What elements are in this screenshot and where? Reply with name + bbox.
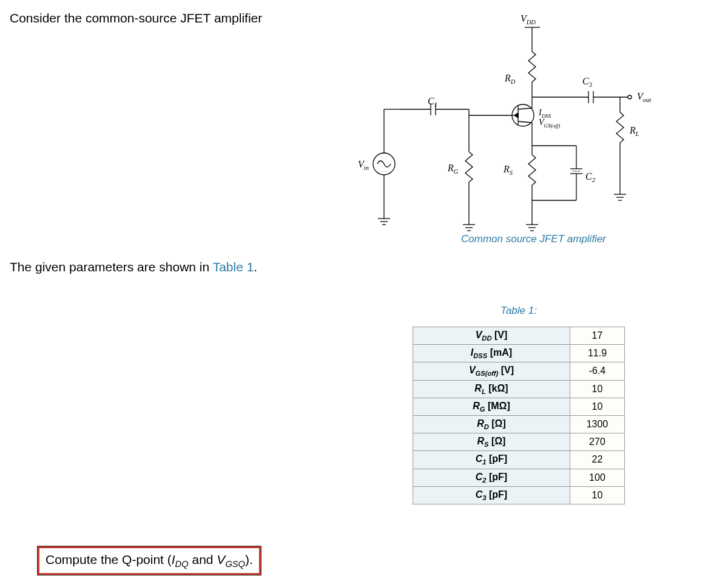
param-value: -6.4 <box>570 362 624 380</box>
intro-text: Consider the common-source JFET amplifie… <box>10 11 262 25</box>
label-c1: C1 <box>428 96 437 108</box>
parameters-table: VDD [V]17IDSS [mA]11.9VGS(off) [V]-6.4RL… <box>413 327 625 504</box>
param-value: 11.9 <box>570 345 624 362</box>
table-row: VGS(off) [V]-6.4 <box>413 362 625 380</box>
parameters-table-container: Table 1: VDD [V]17IDSS [mA]11.9VGS(off) … <box>413 305 625 504</box>
label-c3: C3 <box>582 76 592 88</box>
label-vgsoff: VGS(off) <box>539 118 560 129</box>
param-value: 1300 <box>570 415 624 433</box>
param-label: RG [MΩ] <box>413 398 570 415</box>
param-value: 10 <box>570 380 624 398</box>
parameters-text: The given parameters are shown in Table … <box>10 260 257 274</box>
table-row: C3 [pF]10 <box>413 486 625 504</box>
table-row: RG [MΩ]10 <box>413 398 625 415</box>
table-row: IDSS [mA]11.9 <box>413 345 625 362</box>
param-value: 10 <box>570 398 624 415</box>
table-row: C1 [pF]22 <box>413 451 625 469</box>
param-label: C2 [pF] <box>413 469 570 486</box>
param-label: RL [kΩ] <box>413 380 570 398</box>
table-row: C2 [pF]100 <box>413 469 625 486</box>
param-value: 270 <box>570 433 624 451</box>
label-vout: Vout <box>637 91 651 103</box>
param-value: 100 <box>570 469 624 486</box>
svg-line-16 <box>518 108 532 109</box>
label-c2: C2 <box>585 171 595 183</box>
param-label: RD [Ω] <box>413 415 570 433</box>
param-label: IDSS [mA] <box>413 345 570 362</box>
svg-line-18 <box>518 121 532 123</box>
label-vin: Vin <box>358 159 369 171</box>
circuit-diagram: VDD RD C3 Vout C1 IDSS VGS(off) RL Vin R… <box>358 6 686 237</box>
label-rs: RS <box>504 164 513 176</box>
param-label: RS [Ω] <box>413 433 570 451</box>
circuit-caption: Common source JFET amplifier <box>461 233 606 245</box>
param-value: 17 <box>570 327 624 345</box>
label-rl: RL <box>630 125 639 137</box>
table-row: RL [kΩ]10 <box>413 380 625 398</box>
label-rd: RD <box>505 73 515 85</box>
table-row: RD [Ω]1300 <box>413 415 625 433</box>
table-title: Table 1: <box>413 305 625 317</box>
table-row: RS [Ω]270 <box>413 433 625 451</box>
param-value: 10 <box>570 486 624 504</box>
table-row: VDD [V]17 <box>413 327 625 345</box>
param-label: VDD [V] <box>413 327 570 345</box>
param-value: 22 <box>570 451 624 469</box>
svg-point-8 <box>628 95 632 99</box>
boxed-question: Compute the Q-point (IDQ and VGSQ). <box>38 546 261 575</box>
param-label: C3 [pF] <box>413 486 570 504</box>
table-link: Table 1 <box>213 260 254 274</box>
param-label: VGS(off) [V] <box>413 362 570 380</box>
label-vdd: VDD <box>521 13 536 25</box>
label-rg: RG <box>448 163 458 175</box>
param-label: C1 [pF] <box>413 451 570 469</box>
